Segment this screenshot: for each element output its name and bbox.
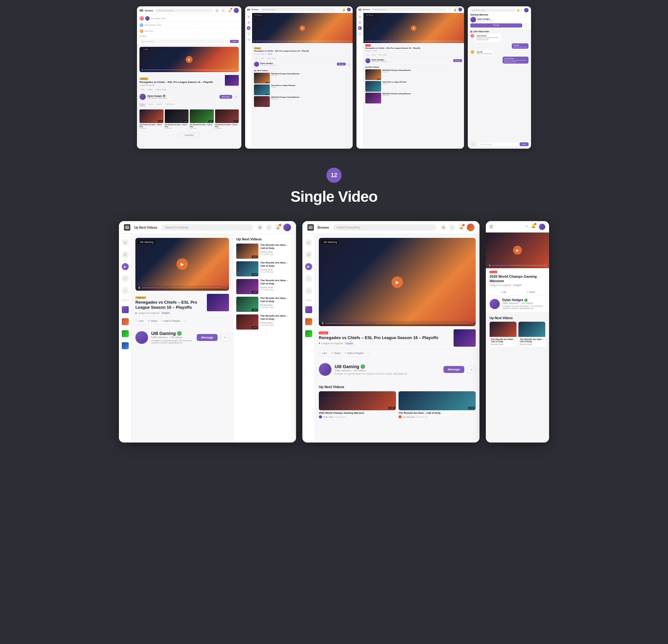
fullscreen-btn-2[interactable]: ⛶	[470, 322, 473, 325]
up-next-vid-title-4: The Results Are Now – Call of Duty	[260, 297, 293, 303]
nav-search-icon[interactable]: ○	[266, 224, 272, 230]
sidebar-game-2-2[interactable]	[305, 318, 312, 325]
screenshot-card-4: Search Everything 🔔 ☐ Gaming Warzone Dyl…	[468, 6, 531, 149]
mobile-profile-name-3: Dylan Hodges	[502, 298, 523, 302]
video-player-1[interactable]: 34K Watching ▶ ⏸ ⛶	[135, 238, 229, 291]
sidebar-star-icon-2[interactable]: ☆	[305, 287, 312, 294]
sidebar-grid-icon-2[interactable]: ⊡	[305, 251, 312, 258]
pause-btn-1[interactable]: ⏸	[138, 286, 141, 289]
sidebar-game-4[interactable]	[122, 342, 129, 349]
sidebar-game-3[interactable]	[122, 330, 129, 337]
mobile-bell-icon[interactable]: 🔔	[531, 224, 536, 230]
video-main-title-1: Renegades vs Chiefs – ESL Pro League Sea…	[135, 300, 204, 311]
nav-search-1[interactable]: Search Everything	[161, 224, 253, 230]
up-next-card-2-1[interactable]: 10:42 2020 World Champs Gaming Warzone T…	[319, 391, 396, 418]
up-next-item-3[interactable]: 10:42 The Results Are Now – Call of Duty…	[236, 279, 293, 294]
sidebar-game-2-1[interactable]	[305, 306, 312, 313]
sidebar-heart-icon[interactable]: ♡	[122, 275, 129, 282]
up-next-info-4: The Results Are Now – Call of Duty Ronni…	[260, 297, 293, 312]
like-btn-1[interactable]: ♡ Like	[135, 319, 143, 322]
nav-avatar-2[interactable]	[467, 224, 474, 231]
progress-bar-1[interactable]	[142, 287, 222, 288]
share-btn-2[interactable]: ↗ Share	[331, 351, 341, 355]
fullscreen-btn-1[interactable]: ⛶	[224, 286, 226, 289]
nav-grid-icon-2[interactable]: ⊞	[440, 224, 446, 230]
up-next-time-3: 4 months ago	[260, 288, 293, 291]
nav-avatar-1[interactable]	[284, 224, 291, 231]
mobile-up-next-author-3-1: Ronnie Klein	[491, 343, 515, 345]
mobile-avatar-3[interactable]	[539, 224, 545, 230]
playlist-icon-1: +	[161, 319, 163, 322]
share-icon-1: ↗	[147, 319, 150, 322]
nav-browse-1[interactable]: Up Next Videos	[134, 226, 157, 229]
up-next-author-1: Ronnie Klein	[260, 251, 293, 253]
play-button-1[interactable]: ▶	[177, 258, 188, 270]
mobile-up-next-card-3-1[interactable]: The Results Are Now – Call of Duty Ronni…	[490, 322, 516, 347]
mobile-menu-icon[interactable]: ☰	[490, 225, 493, 229]
screenshot-card-2: Browse Search Everything ☐ ○ 🔔 ⊙ ⊡ ▶ ♡ ☆	[245, 6, 353, 149]
nav-search-2[interactable]: Search Everything	[333, 224, 437, 230]
add-to-playlist-btn-2[interactable]: + Add to Playlist	[345, 351, 363, 355]
sidebar-video-icon[interactable]: ▶	[122, 263, 129, 270]
up-next-time-5: 4 months ago	[260, 324, 293, 326]
pause-btn-2[interactable]: ⏸	[321, 322, 324, 325]
mobile-profile-desc-3: A league of Legends player. For business…	[502, 305, 545, 309]
mobile-pause-btn-3[interactable]: ⏸	[488, 264, 491, 267]
more-btn-2[interactable]: ···	[367, 352, 369, 355]
up-next-item-5[interactable]: 10:42 The Results Are Now – Call of Duty…	[236, 314, 293, 330]
sidebar-1: ⊙ ⊡ ▶ ♡ ☆ Gaming	[119, 234, 132, 443]
profile-follow-btn-1[interactable]: +	[221, 333, 229, 342]
mobile-play-btn-3[interactable]: ▶	[513, 246, 522, 255]
section-title: Single Video	[290, 188, 377, 205]
profile-follow-btn-2[interactable]: +	[468, 365, 476, 374]
up-next-section-2: Up Next Videos 10:42 2020 World Champs G…	[319, 383, 476, 420]
profile-msg-btn-1[interactable]: Message	[197, 334, 217, 341]
video-thumbnail-side-2	[454, 329, 476, 347]
nav-bell-icon[interactable]: 🔔 2	[275, 224, 281, 230]
like-btn-2[interactable]: ♡ Like	[319, 351, 327, 355]
mobile-like-btn-3[interactable]: ♡ Like	[500, 291, 506, 294]
up-next-sidebar-1: Up Next Videos 10:42 The Results Are Now…	[233, 234, 296, 443]
sidebar-home-icon[interactable]: ⊙	[122, 239, 129, 246]
share-btn-1[interactable]: ↗ Share	[147, 319, 157, 322]
video-channel-info-2: League of Legends English	[319, 342, 451, 345]
sidebar-game-2[interactable]	[122, 318, 129, 325]
progress-bar-2[interactable]	[325, 323, 469, 324]
up-next-item-2[interactable]: 10:42 The Results Are Now – Call of Duty…	[236, 261, 293, 276]
mobile-search-icon[interactable]: ○	[526, 224, 528, 230]
sidebar-game-2-3[interactable]	[305, 330, 312, 337]
video-controls-1: ⏸ ⛶	[135, 285, 229, 291]
mobile-up-next-card-3-2[interactable]: The Results Are Now – Call of Duty Ronni…	[518, 322, 545, 347]
sidebar-video-icon-2[interactable]: ▶	[305, 263, 312, 270]
nav-notification-dot: 2	[279, 224, 281, 226]
progress-fill-2	[325, 323, 376, 324]
sidebar-heart-icon-2[interactable]: ♡	[305, 275, 312, 282]
sidebar-grid-icon[interactable]: ⊡	[122, 251, 129, 258]
mobile-video-player-3[interactable]: ▶ ⏸ ⛶	[486, 233, 549, 268]
sidebar-bookmark-icon[interactable]: ☆	[122, 287, 129, 294]
profile-name-1: UI8 Gaming	[151, 331, 176, 336]
nav-grid-icon[interactable]: ⊞	[257, 224, 263, 230]
nav-bell-icon-2[interactable]: 🔔 2	[458, 224, 464, 230]
add-to-playlist-btn-1[interactable]: + Add to Playlist	[161, 319, 180, 322]
up-next-item-1[interactable]: 10:42 The Results Are Now – Call of Duty…	[236, 243, 293, 259]
mobile-share-btn-3[interactable]: ↗ Share	[527, 291, 535, 294]
up-next-item-4[interactable]: 10:42 The Results Are Now – Call of Duty…	[236, 297, 293, 312]
nav-browse-2[interactable]: Browse	[318, 226, 329, 229]
share-icon-2: ↗	[331, 351, 333, 355]
mobile-fullscreen-btn-3[interactable]: ⛶	[544, 265, 547, 267]
up-next-info-3: The Results Are Now – Call of Duty Ronni…	[260, 279, 293, 294]
sidebar-game-1[interactable]	[122, 306, 129, 313]
sidebar-home-icon-2[interactable]: ⊙	[305, 239, 312, 246]
more-btn-1[interactable]: ···	[184, 319, 186, 322]
nav-search-icon-2[interactable]: ○	[449, 224, 455, 230]
up-next-thumb-5: 10:42	[236, 314, 258, 330]
play-button-2[interactable]: ▶	[392, 276, 403, 288]
nav-logo-1	[124, 224, 130, 230]
up-next-card-2-2[interactable]: 10:42 The Results Are Now – Call of Duty…	[398, 391, 476, 418]
profile-msg-btn-2[interactable]: Message	[443, 366, 464, 373]
profile-info-2: UI8 Gaming ✓ 536K followers · 120 videos…	[335, 364, 440, 375]
thumb-duration-4: 10:42	[252, 309, 258, 311]
video-player-2[interactable]: 24K Watching ▶ ⏸ ⛶	[319, 238, 476, 326]
profile-stats-2: 536K followers · 120 videos	[335, 369, 440, 372]
